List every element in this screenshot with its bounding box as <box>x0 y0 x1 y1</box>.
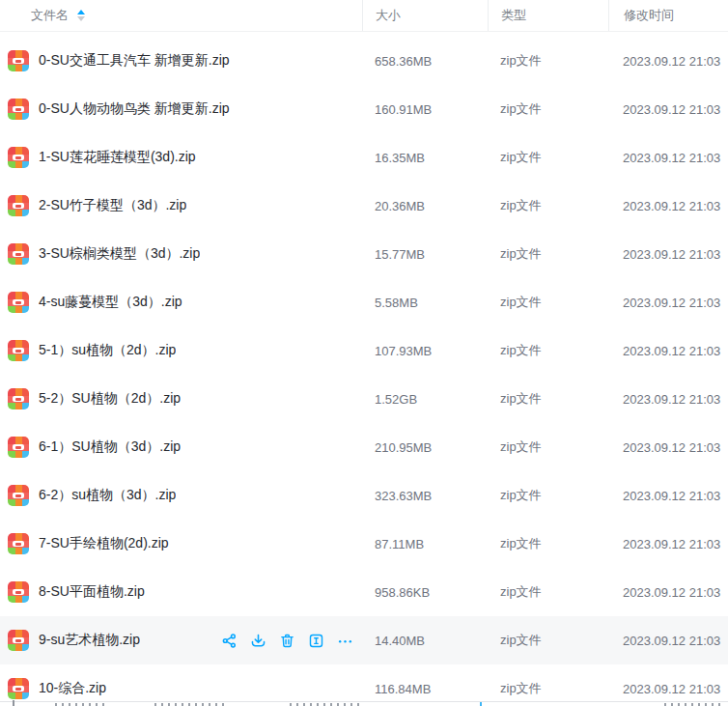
file-name[interactable]: 5-1）su植物（2d）.zip <box>39 342 176 359</box>
file-size: 1.52GB <box>362 392 488 407</box>
file-modified: 2023.09.12 21:03 <box>608 392 728 407</box>
file-type: zip文件 <box>488 680 608 697</box>
table-header: 文件名 大小 类型 修改时间 <box>0 0 728 32</box>
file-modified: 2023.09.12 21:03 <box>608 682 728 696</box>
file-size: 87.11MB <box>362 537 488 551</box>
file-name-cell: 5-2）SU植物（2d）.zip <box>0 388 362 409</box>
file-modified: 2023.09.12 21:03 <box>608 199 728 213</box>
zip-file-icon <box>8 437 29 458</box>
file-type: zip文件 <box>488 438 608 456</box>
file-modified: 2023.09.12 21:03 <box>608 296 728 310</box>
table-row[interactable]: 3-SU棕榈类模型（3d）.zip <box>0 230 728 278</box>
zip-file-icon <box>8 50 29 71</box>
file-name[interactable]: 0-SU人物动物鸟类 新增更新.zip <box>39 100 230 118</box>
file-name-cell: 5-1）su植物（2d）.zip <box>0 340 362 361</box>
sort-desc-icon <box>77 16 85 21</box>
file-name[interactable]: 2-SU竹子模型（3d）.zip <box>39 197 186 214</box>
file-name-cell: 6-1）SU植物（3d）.zip <box>0 437 362 458</box>
file-modified: 2023.09.12 21:03 <box>608 585 728 600</box>
zip-file-icon <box>8 243 29 265</box>
file-modified: 2023.09.12 21:03 <box>608 344 728 358</box>
file-name[interactable]: 7-SU手绘植物(2d).zip <box>39 535 169 552</box>
file-size: 5.58MB <box>362 296 488 310</box>
column-header-type[interactable]: 类型 <box>488 0 608 31</box>
file-name[interactable]: 5-2）SU植物（2d）.zip <box>39 390 181 408</box>
file-name[interactable]: 6-2）su植物（3d）.zip <box>39 487 176 504</box>
table-row[interactable]: 9-su艺术植物.zip <box>0 616 728 664</box>
file-list: 0-SU交通工具汽车 新增更新.zip <box>0 32 728 706</box>
zip-file-icon <box>8 630 29 651</box>
file-type: zip文件 <box>488 535 608 552</box>
zip-file-icon <box>8 485 29 506</box>
file-name[interactable]: 10-综合.zip <box>39 680 106 697</box>
file-type: zip文件 <box>488 390 608 408</box>
file-manager-page: 文件名 大小 类型 修改时间 0-SU交通工具汽车 新增更新.zip <box>0 0 728 706</box>
file-size: 20.36MB <box>362 199 488 213</box>
zip-file-icon <box>8 99 29 120</box>
file-type: zip文件 <box>488 342 608 359</box>
zip-file-icon <box>8 340 29 361</box>
file-name-cell: 1-SU莲花睡莲模型(3d).zip <box>0 147 362 168</box>
file-modified: 2023.09.12 21:03 <box>608 54 728 69</box>
file-name[interactable]: 9-su艺术植物.zip <box>39 632 140 649</box>
file-size: 16.35MB <box>362 151 488 165</box>
file-name[interactable]: 1-SU莲花睡莲模型(3d).zip <box>39 149 196 166</box>
file-name[interactable]: 8-SU平面植物.zip <box>39 583 145 601</box>
table-row[interactable]: 4-su藤蔓模型（3d）.zip <box>0 278 728 326</box>
zip-file-icon <box>8 292 29 313</box>
table-row[interactable]: 7-SU手绘植物(2d).zip <box>0 520 728 568</box>
file-type: zip文件 <box>488 100 608 118</box>
table-row[interactable]: 5-1）su植物（2d）.zip <box>0 326 728 375</box>
ellipsis-icon[interactable] <box>337 633 353 649</box>
file-name[interactable]: 0-SU交通工具汽车 新增更新.zip <box>39 52 230 70</box>
file-name-cell: 9-su艺术植物.zip <box>0 630 362 651</box>
file-name-cell: 0-SU人物动物鸟类 新增更新.zip <box>0 99 362 120</box>
file-name-cell: 3-SU棕榈类模型（3d）.zip <box>0 243 362 265</box>
sort-asc-icon <box>77 10 85 14</box>
file-name-cell: 10-综合.zip <box>0 678 362 699</box>
file-name[interactable]: 6-1）SU植物（3d）.zip <box>39 438 181 456</box>
column-header-modified-label: 修改时间 <box>624 7 674 24</box>
file-type: zip文件 <box>488 245 608 263</box>
zip-file-icon <box>8 678 29 699</box>
file-name-cell: 7-SU手绘植物(2d).zip <box>0 533 362 554</box>
file-type: zip文件 <box>488 632 608 649</box>
column-header-filename-label: 文件名 <box>31 7 69 24</box>
file-size: 210.95MB <box>362 440 488 455</box>
file-size: 160.91MB <box>362 102 488 117</box>
table-row[interactable]: 6-2）su植物（3d）.zip <box>0 471 728 520</box>
table-row[interactable]: 5-2）SU植物（2d）.zip <box>0 375 728 423</box>
table-row[interactable]: 0-SU交通工具汽车 新增更新.zip <box>0 37 728 85</box>
zip-file-icon <box>8 388 29 409</box>
rename-icon[interactable] <box>308 633 324 649</box>
file-name-cell: 2-SU竹子模型（3d）.zip <box>0 195 362 216</box>
table-row[interactable]: 8-SU平面植物.zip <box>0 568 728 616</box>
column-header-size[interactable]: 大小 <box>362 0 488 31</box>
row-actions <box>221 633 353 649</box>
table-row[interactable]: 0-SU人物动物鸟类 新增更新.zip <box>0 85 728 133</box>
sort-toggle-icon[interactable] <box>77 10 85 21</box>
file-name-cell: 8-SU平面植物.zip <box>0 581 362 603</box>
table-row[interactable]: 6-1）SU植物（3d）.zip <box>0 423 728 471</box>
zip-file-icon <box>8 533 29 554</box>
zip-file-icon <box>8 147 29 168</box>
file-modified: 2023.09.12 21:03 <box>608 634 728 648</box>
column-header-modified[interactable]: 修改时间 <box>608 0 728 31</box>
table-row[interactable]: 1-SU莲花睡莲模型(3d).zip <box>0 133 728 182</box>
clipped-next-row <box>0 700 728 706</box>
table-row[interactable]: 2-SU竹子模型（3d）.zip <box>0 182 728 230</box>
share-icon[interactable] <box>221 633 238 649</box>
download-icon[interactable] <box>250 633 266 649</box>
file-type: zip文件 <box>488 52 608 70</box>
file-modified: 2023.09.12 21:03 <box>608 102 728 117</box>
file-name[interactable]: 3-SU棕榈类模型（3d）.zip <box>39 245 200 263</box>
file-size: 15.77MB <box>362 247 488 262</box>
file-size: 107.93MB <box>362 344 488 358</box>
column-header-filename[interactable]: 文件名 <box>0 0 362 31</box>
file-modified: 2023.09.12 21:03 <box>608 151 728 165</box>
file-name-cell: 6-2）su植物（3d）.zip <box>0 485 362 506</box>
file-name[interactable]: 4-su藤蔓模型（3d）.zip <box>39 294 182 311</box>
file-size: 116.84MB <box>362 682 488 696</box>
file-type: zip文件 <box>488 294 608 311</box>
trash-icon[interactable] <box>279 633 295 649</box>
